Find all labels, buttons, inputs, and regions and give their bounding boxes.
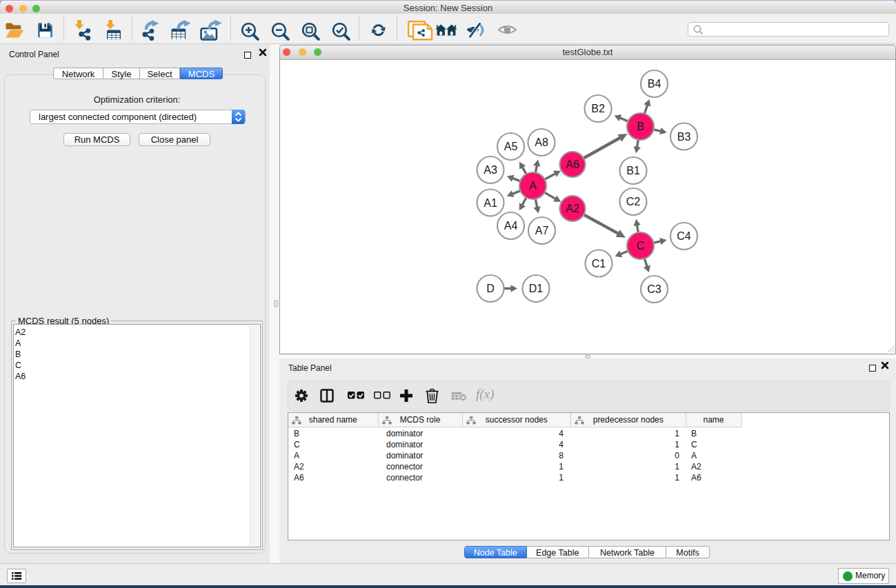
svg-text:B4: B4: [648, 78, 661, 90]
svg-text:B1: B1: [626, 165, 640, 176]
svg-text:B3: B3: [677, 131, 691, 143]
svg-text:A7: A7: [535, 225, 549, 236]
svg-text:A: A: [529, 180, 537, 192]
svg-text:A1: A1: [484, 197, 497, 209]
svg-text:A6: A6: [566, 159, 579, 170]
svg-text:C: C: [637, 240, 645, 252]
svg-text:C3: C3: [647, 283, 661, 295]
svg-text:D1: D1: [529, 283, 544, 294]
svg-text:A5: A5: [504, 141, 518, 152]
svg-text:C4: C4: [677, 230, 691, 242]
svg-text:D: D: [486, 283, 495, 294]
svg-text:C2: C2: [626, 196, 641, 207]
svg-text:A3: A3: [484, 164, 497, 176]
svg-text:A2: A2: [566, 203, 579, 214]
svg-text:B2: B2: [591, 103, 605, 114]
svg-text:A4: A4: [504, 220, 518, 232]
svg-text:C1: C1: [592, 258, 606, 270]
svg-text:A8: A8: [535, 136, 548, 148]
svg-text:B: B: [637, 121, 644, 132]
